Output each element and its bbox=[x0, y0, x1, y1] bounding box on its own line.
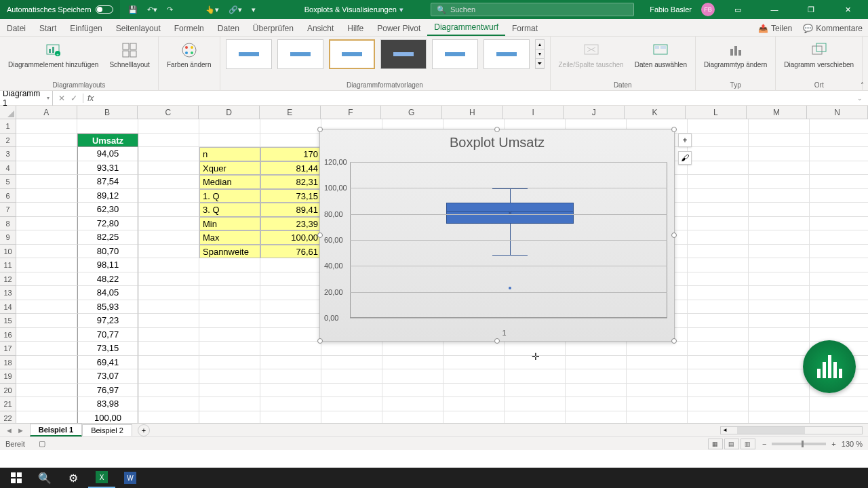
cell[interactable] bbox=[810, 217, 868, 231]
cell[interactable] bbox=[138, 272, 199, 287]
cell[interactable] bbox=[321, 411, 382, 424]
cell[interactable] bbox=[749, 134, 810, 148]
cell[interactable] bbox=[16, 369, 77, 384]
cell[interactable] bbox=[688, 161, 749, 176]
cell[interactable] bbox=[566, 411, 627, 424]
cell[interactable] bbox=[138, 258, 199, 272]
cell[interactable] bbox=[138, 342, 199, 356]
scroll-left-icon[interactable]: ◄ bbox=[721, 427, 729, 433]
obs-icon[interactable]: ⚙ bbox=[60, 468, 87, 488]
cell[interactable] bbox=[749, 356, 810, 370]
cell[interactable] bbox=[810, 314, 868, 328]
cell[interactable] bbox=[138, 217, 199, 231]
cell[interactable] bbox=[749, 369, 810, 384]
cell[interactable]: 76,61 bbox=[260, 245, 321, 259]
cell[interactable] bbox=[321, 342, 382, 356]
cell[interactable] bbox=[505, 369, 566, 384]
cell[interactable] bbox=[199, 397, 260, 411]
col-header[interactable]: G bbox=[381, 106, 442, 119]
cell[interactable] bbox=[138, 314, 199, 328]
cell[interactable] bbox=[138, 369, 199, 384]
cell[interactable]: 89,12 bbox=[77, 189, 138, 203]
cell[interactable] bbox=[688, 189, 749, 203]
column-headers[interactable]: ABCDEFGHIJKLMN bbox=[16, 106, 868, 119]
next-sheet-icon[interactable]: ► bbox=[17, 426, 24, 434]
chevron-up-icon[interactable]: ▴ bbox=[536, 40, 544, 49]
cell[interactable] bbox=[16, 175, 77, 189]
cell[interactable] bbox=[810, 189, 868, 203]
tab-daten[interactable]: Daten bbox=[211, 21, 246, 36]
resize-handle[interactable] bbox=[494, 127, 500, 132]
cell[interactable] bbox=[505, 397, 566, 411]
cell[interactable] bbox=[443, 369, 505, 384]
cell[interactable] bbox=[688, 369, 749, 384]
cell[interactable] bbox=[810, 272, 868, 287]
cell[interactable] bbox=[321, 397, 382, 411]
row-header[interactable]: 13 bbox=[0, 286, 16, 300]
cell[interactable] bbox=[321, 356, 382, 370]
tab-start[interactable]: Start bbox=[33, 21, 63, 36]
cell[interactable] bbox=[688, 314, 749, 328]
cell[interactable]: 84,05 bbox=[77, 286, 138, 300]
cell[interactable]: Spannweite bbox=[199, 245, 260, 259]
cell[interactable] bbox=[749, 217, 810, 231]
close-icon[interactable]: ✕ bbox=[834, 0, 861, 19]
page-break-button[interactable]: ▥ bbox=[741, 439, 755, 449]
cell[interactable]: 3. Q bbox=[199, 203, 260, 217]
resize-handle[interactable] bbox=[317, 127, 323, 132]
cell[interactable] bbox=[749, 258, 810, 272]
cell[interactable] bbox=[16, 328, 77, 342]
sheet-nav[interactable]: ◄► bbox=[0, 426, 30, 434]
cell[interactable] bbox=[199, 328, 260, 342]
row-header[interactable]: 10 bbox=[0, 245, 16, 259]
chart-object[interactable]: Boxplot Umsatz ✕ + 🖌 0,0020,0040,0060,00… bbox=[319, 129, 675, 342]
link-icon[interactable]: 🔗▾ bbox=[229, 5, 242, 14]
row-header[interactable]: 6 bbox=[0, 189, 16, 203]
collapse-ribbon-icon[interactable]: ˄ bbox=[861, 81, 864, 89]
cell[interactable] bbox=[382, 369, 443, 384]
cell[interactable] bbox=[749, 411, 810, 424]
cell[interactable] bbox=[260, 119, 321, 134]
cell[interactable] bbox=[382, 411, 443, 424]
tab-datei[interactable]: Datei bbox=[0, 21, 33, 36]
cell[interactable] bbox=[627, 356, 688, 370]
ribbon-display-icon[interactable]: ▭ bbox=[724, 0, 751, 19]
cell[interactable]: 85,93 bbox=[77, 300, 138, 314]
cell[interactable] bbox=[16, 217, 77, 231]
cell[interactable] bbox=[138, 203, 199, 217]
cell[interactable] bbox=[199, 342, 260, 356]
tab-powerpivot[interactable]: Power Pivot bbox=[370, 21, 427, 36]
horizontal-scrollbar[interactable]: ◄ bbox=[720, 426, 863, 434]
row-header[interactable]: 19 bbox=[0, 369, 16, 384]
quick-layout-button[interactable]: Schnelllayout bbox=[106, 39, 152, 70]
cell[interactable] bbox=[688, 286, 749, 300]
cell[interactable] bbox=[138, 175, 199, 189]
cell[interactable] bbox=[810, 147, 868, 161]
cell[interactable] bbox=[688, 356, 749, 370]
col-header[interactable]: M bbox=[747, 106, 808, 119]
cell[interactable] bbox=[749, 286, 810, 300]
zoom-in-button[interactable]: + bbox=[831, 440, 835, 448]
cell[interactable]: 98,11 bbox=[77, 258, 138, 272]
cell[interactable] bbox=[138, 300, 199, 314]
cell[interactable] bbox=[260, 314, 321, 328]
change-chart-type-button[interactable]: Diagrammtyp ändern bbox=[701, 39, 770, 70]
add-sheet-button[interactable]: + bbox=[138, 424, 150, 436]
row-header[interactable]: 18 bbox=[0, 356, 16, 370]
word-taskbar-icon[interactable]: W bbox=[117, 468, 144, 488]
col-header[interactable]: B bbox=[77, 106, 138, 119]
col-header[interactable]: I bbox=[503, 106, 564, 119]
sheet-tab-1[interactable]: Beispiel 1 bbox=[30, 424, 82, 436]
cell[interactable]: 81,44 bbox=[260, 161, 321, 176]
cell[interactable] bbox=[688, 384, 749, 398]
scroll-thumb[interactable] bbox=[737, 427, 805, 434]
cell[interactable] bbox=[138, 328, 199, 342]
cell[interactable] bbox=[138, 134, 199, 148]
cell[interactable]: 100,00 bbox=[260, 230, 321, 245]
row-header[interactable]: 16 bbox=[0, 328, 16, 342]
cell[interactable] bbox=[16, 272, 77, 287]
tab-hilfe[interactable]: Hilfe bbox=[340, 21, 370, 36]
normal-view-button[interactable]: ▦ bbox=[708, 439, 723, 449]
cell[interactable] bbox=[627, 397, 688, 411]
cell[interactable] bbox=[138, 286, 199, 300]
